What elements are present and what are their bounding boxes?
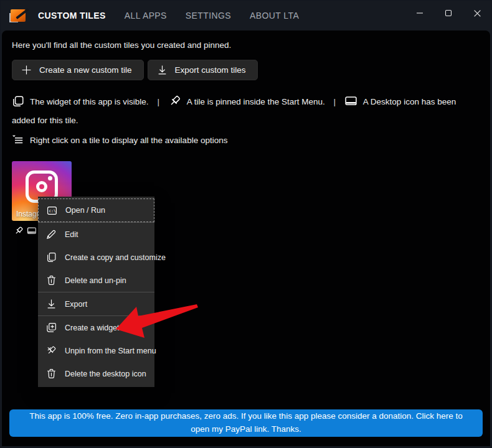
menu-item-label: Export: [65, 300, 87, 309]
menu-item-delete-desktop-icon[interactable]: Delete the desktop icon: [38, 362, 154, 385]
donation-banner[interactable]: This app is 100% free. Zero in-app purch…: [9, 409, 483, 437]
app-logo-icon: [9, 7, 28, 24]
menu-item-edit[interactable]: Edit: [38, 223, 154, 246]
menu-item-create-copy[interactable]: Create a copy and customize: [38, 246, 154, 269]
menu-item-label: Open / Run: [65, 206, 105, 215]
nav-tabs: CUSTOM TILES ALL APPS SETTINGS ABOUT LTA: [38, 11, 299, 21]
titlebar: CUSTOM TILES ALL APPS SETTINGS ABOUT LTA: [1, 1, 491, 30]
export-tiles-button[interactable]: Export custom tiles: [148, 60, 258, 80]
donation-banner-text: This app is 100% free. Zero in-app purch…: [21, 410, 471, 436]
menu-item-delete-unpin[interactable]: Delete and un-pin: [38, 269, 154, 292]
right-click-hint-text: Right click on a tile to display all the…: [30, 136, 227, 145]
close-button[interactable]: [463, 1, 491, 26]
plus-icon: [21, 65, 32, 75]
menu-item-label: Unpin from the Start menu: [65, 347, 156, 355]
export-tiles-label: Export custom tiles: [175, 65, 246, 75]
legend: The widget of this app is visible. | A t…: [12, 93, 480, 130]
legend-item-pin: A tile is pinned inside the Start Menu.: [187, 97, 325, 106]
pin-icon: [14, 226, 24, 236]
legend-separator: |: [157, 97, 159, 106]
menu-item-label: Create a widget: [65, 324, 120, 332]
intro-text: Here you'll find all the custom tiles yo…: [12, 40, 480, 50]
edit-icon: [46, 229, 57, 240]
menu-item-label: Create a copy and customize: [65, 253, 166, 262]
minimize-button[interactable]: [405, 1, 434, 26]
widget-icon: [12, 95, 24, 108]
desktop-icon: [27, 226, 37, 236]
tab-all-apps[interactable]: ALL APPS: [125, 11, 167, 21]
pin-icon: [168, 95, 181, 108]
app-window: CUSTOM TILES ALL APPS SETTINGS ABOUT LTA…: [0, 0, 492, 448]
trash-icon: [46, 275, 57, 286]
legend-item-widget: The widget of this app is visible.: [30, 97, 149, 106]
run-icon: c:\: [47, 205, 57, 216]
menu-item-label: Delete and un-pin: [65, 276, 126, 285]
create-tile-label: Create a new custom tile: [39, 65, 132, 75]
download-icon: [157, 65, 168, 75]
window-controls: [405, 1, 491, 26]
copy-icon: [46, 252, 57, 263]
svg-text:c:\: c:\: [49, 208, 56, 213]
tab-custom-tiles[interactable]: CUSTOM TILES: [38, 11, 106, 21]
right-click-hint: Right click on a tile to display all the…: [12, 134, 480, 146]
legend-separator: |: [334, 97, 336, 106]
toolbar: Create a new custom tile Export custom t…: [12, 60, 480, 80]
widget-add-icon: [46, 322, 57, 333]
desktop-icon: [344, 95, 357, 108]
unpin-icon: [46, 345, 57, 356]
export-icon: [46, 299, 57, 309]
menu-item-label: Delete the desktop icon: [65, 370, 146, 378]
tab-about-lta[interactable]: ABOUT LTA: [250, 11, 299, 21]
menu-item-open-run[interactable]: c:\ Open / Run: [38, 198, 154, 222]
tab-settings[interactable]: SETTINGS: [186, 11, 231, 21]
trash-icon: [46, 368, 57, 379]
annotation-arrow: [115, 292, 199, 343]
create-tile-button[interactable]: Create a new custom tile: [12, 60, 144, 80]
maximize-button[interactable]: [434, 1, 463, 26]
context-menu-icon: [12, 134, 24, 146]
menu-item-label: Edit: [65, 230, 78, 239]
tile-badges: [14, 226, 37, 236]
